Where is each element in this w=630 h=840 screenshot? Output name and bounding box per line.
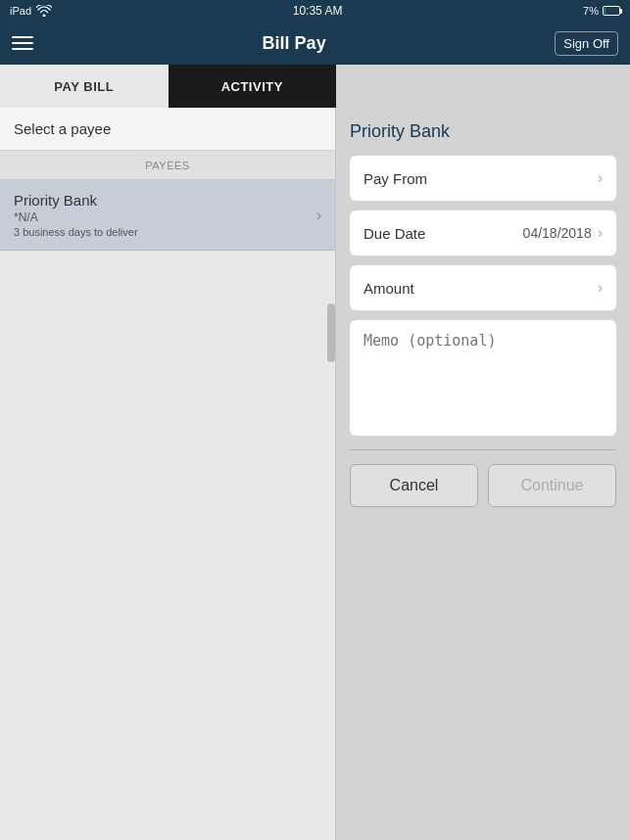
memo-box xyxy=(350,320,616,436)
payee-account: *N/A xyxy=(14,210,138,224)
battery-percent: 7% xyxy=(583,5,599,17)
button-row: Cancel Continue xyxy=(350,464,616,507)
payee-list-item[interactable]: Priority Bank *N/A 3 business days to de… xyxy=(0,180,335,251)
battery-fill xyxy=(605,8,606,14)
amount-label: Amount xyxy=(363,280,414,297)
payees-section-header: PAYEES xyxy=(0,151,335,180)
select-payee-label: Select a payee xyxy=(14,120,111,137)
left-panel: Select a payee PAYEES Priority Bank *N/A… xyxy=(0,108,336,840)
due-date-chevron-icon: › xyxy=(598,224,603,242)
tab-pay-bill[interactable]: PAY BILL xyxy=(0,65,169,108)
divider xyxy=(350,449,616,450)
right-panel-title: Priority Bank xyxy=(350,121,616,142)
status-bar: iPad 10:35 AM 7% xyxy=(0,0,630,22)
right-panel: Priority Bank Pay From › Due Date 04/18/… xyxy=(336,108,630,840)
payee-info: Priority Bank *N/A 3 business days to de… xyxy=(14,192,138,238)
main-layout: Select a payee PAYEES Priority Bank *N/A… xyxy=(0,108,630,840)
tab-bar: PAY BILL ACTIVITY xyxy=(0,65,336,108)
select-payee-header: Select a payee xyxy=(0,108,335,151)
scroll-handle[interactable] xyxy=(327,303,335,362)
amount-chevron-icon: › xyxy=(598,279,603,297)
page-title: Bill Pay xyxy=(263,33,326,54)
status-left: iPad xyxy=(10,5,52,17)
cancel-button[interactable]: Cancel xyxy=(350,464,478,507)
due-date-value: 04/18/2018 › xyxy=(523,224,603,242)
pay-from-chevron-icon: › xyxy=(598,169,603,187)
device-label: iPad xyxy=(10,5,31,17)
status-right: 7% xyxy=(583,5,620,17)
hamburger-menu-icon[interactable] xyxy=(12,36,33,50)
due-date-label: Due Date xyxy=(363,225,425,242)
battery-icon xyxy=(603,6,620,16)
chevron-right-icon: › xyxy=(316,207,321,224)
pay-from-label: Pay From xyxy=(363,170,427,187)
tab-activity[interactable]: ACTIVITY xyxy=(169,65,337,108)
memo-input[interactable] xyxy=(363,332,603,420)
payee-deliver-info: 3 business days to deliver xyxy=(14,226,138,238)
payee-name: Priority Bank xyxy=(14,192,138,209)
status-time: 10:35 AM xyxy=(293,4,343,18)
pay-from-row[interactable]: Pay From › xyxy=(350,156,616,201)
amount-row[interactable]: Amount › xyxy=(350,265,616,310)
due-date-row[interactable]: Due Date 04/18/2018 › xyxy=(350,210,616,256)
nav-bar: Bill Pay Sign Off xyxy=(0,22,630,65)
wifi-icon xyxy=(36,5,52,17)
continue-button: Continue xyxy=(488,464,616,507)
sign-off-button[interactable]: Sign Off xyxy=(555,31,618,56)
